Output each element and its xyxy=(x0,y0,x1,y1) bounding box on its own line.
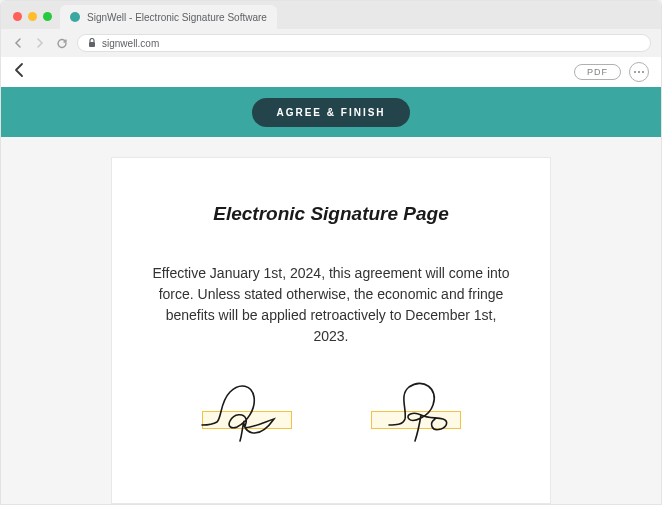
maximize-window-icon[interactable] xyxy=(43,12,52,21)
more-options-button[interactable] xyxy=(629,62,649,82)
close-window-icon[interactable] xyxy=(13,12,22,21)
favicon-icon xyxy=(70,12,80,22)
document-title: Electronic Signature Page xyxy=(152,203,510,225)
signature-icon xyxy=(351,377,481,447)
minimize-window-icon[interactable] xyxy=(28,12,37,21)
signature-field-1[interactable] xyxy=(182,377,312,447)
signatures-row xyxy=(152,377,510,447)
tab-title: SignWell - Electronic Signature Software xyxy=(87,12,267,23)
tab-bar: SignWell - Electronic Signature Software xyxy=(1,1,661,29)
browser-tab[interactable]: SignWell - Electronic Signature Software xyxy=(60,5,277,29)
svg-rect-0 xyxy=(89,42,95,47)
browser-window: SignWell - Electronic Signature Software… xyxy=(0,0,662,505)
agree-finish-button[interactable]: AGREE & FINISH xyxy=(252,98,409,127)
address-bar: signwell.com xyxy=(1,29,661,57)
url-input[interactable]: signwell.com xyxy=(77,34,651,52)
url-text: signwell.com xyxy=(102,38,159,49)
app-back-button[interactable] xyxy=(13,62,25,82)
back-button[interactable] xyxy=(11,36,25,50)
pdf-button[interactable]: PDF xyxy=(574,64,621,80)
window-controls xyxy=(9,12,60,29)
document-body: Effective January 1st, 2024, this agreem… xyxy=(152,263,510,347)
app-header: PDF xyxy=(1,57,661,87)
lock-icon xyxy=(88,38,96,49)
header-actions: PDF xyxy=(574,62,649,82)
signature-field-2[interactable] xyxy=(351,377,481,447)
document-page: Electronic Signature Page Effective Janu… xyxy=(111,157,551,504)
signature-icon xyxy=(182,377,312,447)
svg-point-1 xyxy=(634,71,636,73)
app-area: PDF AGREE & FINISH Electronic Signature … xyxy=(1,57,661,504)
forward-button[interactable] xyxy=(33,36,47,50)
document-viewport: Electronic Signature Page Effective Janu… xyxy=(1,137,661,504)
action-banner: AGREE & FINISH xyxy=(1,87,661,137)
svg-point-3 xyxy=(642,71,644,73)
svg-point-2 xyxy=(638,71,640,73)
reload-button[interactable] xyxy=(55,36,69,50)
